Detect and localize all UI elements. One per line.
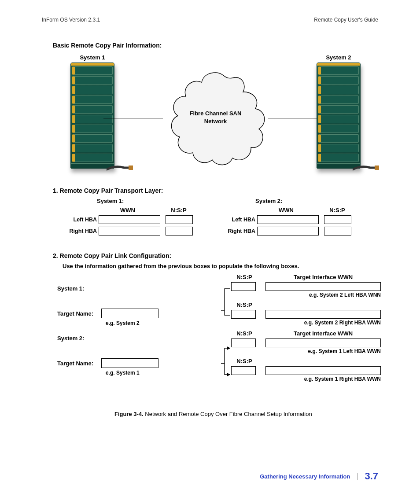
target-name-label: Target Name:: [57, 360, 101, 367]
row-label: Right HBA: [225, 228, 257, 234]
page-header: InForm OS Version 2.3.1 Remote Copy User…: [42, 17, 378, 23]
target-name-input[interactable]: [101, 358, 158, 368]
wwn-input[interactable]: [257, 227, 319, 235]
cable-icon: [107, 163, 133, 171]
nsp-input[interactable]: [231, 338, 256, 347]
transport-sys1: System 1: WWN N:S:P Left HBA Right HBA: [66, 198, 198, 238]
page-number: 3.7: [365, 471, 378, 482]
system1-block: System 1: [57, 54, 128, 169]
wwn-input[interactable]: [257, 215, 319, 224]
figure-number: Figure 3-4.: [114, 411, 144, 417]
nsp-input[interactable]: [231, 310, 256, 319]
system1-label: System 1: [57, 54, 128, 61]
hdr-nsp: N:S:P: [231, 358, 258, 364]
hdr-nsp: N:S:P: [231, 330, 258, 337]
server-rack-icon: [70, 63, 114, 169]
target-name-label: Target Name:: [57, 310, 101, 317]
col-wwn: WWN: [97, 207, 158, 213]
cloud-label: Fibre Channel SAN Network: [158, 110, 273, 125]
nsp-input[interactable]: [231, 366, 256, 375]
eg-note: e.g. System 1 Right HBA WWN: [231, 376, 381, 382]
linkcfg-left: System 1: Target Name: e.g. System 2 Sys…: [57, 285, 189, 385]
transport-sys2-name: System 2:: [255, 198, 357, 204]
system2-label: System 2: [303, 54, 374, 61]
bracket-icon: [221, 280, 230, 394]
row-label: Right HBA: [66, 228, 99, 234]
link-config-area: System 1: Target Name: e.g. System 2 Sys…: [57, 276, 378, 400]
page-footer: Gathering Necessary Information 3.7: [260, 471, 378, 482]
figure-text: Network and Remote Copy Over Fibre Chann…: [144, 411, 312, 417]
linkcfg-instruction: Use the information gathered from the pr…: [63, 263, 378, 269]
wwn-input[interactable]: [99, 215, 160, 224]
topology-diagram: System 1 Fibre Cha: [53, 54, 378, 173]
table-row: Left HBA: [66, 215, 198, 224]
transport-sys1-name: System 1:: [97, 198, 198, 204]
hdr-nsp: N:S:P: [231, 302, 258, 308]
connector-line-left: [103, 118, 163, 118]
system2-block: System 2: [303, 54, 374, 169]
wwn-input[interactable]: [265, 310, 381, 319]
wwn-input[interactable]: [265, 282, 381, 291]
svg-rect-1: [375, 166, 379, 170]
transport-sys2: System 2: WWN N:S:P Left HBA Right HBA: [225, 198, 357, 238]
footer-section: Gathering Necessary Information: [260, 473, 357, 480]
figure-caption: Figure 3-4. Network and Remote Copy Over…: [114, 411, 312, 417]
server-rack-icon: [317, 63, 361, 169]
nsp-input[interactable]: [324, 227, 351, 235]
row-label: Left HBA: [66, 217, 99, 223]
hdr-wwn: Target Interface WWN: [265, 330, 381, 337]
wwn-input[interactable]: [265, 366, 381, 375]
row-label: Left HBA: [225, 217, 257, 223]
wwn-input[interactable]: [265, 338, 381, 347]
linkcfg-title: 2. Remote Copy Pair Link Configuration:: [53, 252, 378, 259]
eg-note: e.g. System 1 Left HBA WWN: [231, 348, 381, 354]
table-row: Left HBA: [225, 215, 357, 224]
col-nsp: N:S:P: [320, 207, 355, 213]
col-nsp: N:S:P: [161, 207, 196, 213]
eg-note: e.g. System 1: [106, 370, 189, 376]
col-wwn: WWN: [255, 207, 317, 213]
eg-note: e.g. System 2 Left HBA WNN: [231, 292, 381, 298]
table-row: Right HBA: [225, 227, 357, 235]
wwn-input[interactable]: [99, 227, 160, 235]
nsp-input[interactable]: [324, 215, 351, 224]
header-right: Remote Copy User's Guide: [314, 17, 378, 23]
nsp-input[interactable]: [231, 282, 256, 291]
eg-note: e.g. System 2 Right HBA WWN: [231, 320, 381, 326]
network-cloud: Fibre Channel SAN Network: [158, 67, 273, 169]
lc-sys2-label: System 2:: [57, 335, 189, 342]
svg-rect-0: [129, 166, 133, 170]
nsp-input[interactable]: [166, 215, 193, 224]
table-row: Right HBA: [66, 227, 198, 235]
target-name-input[interactable]: [101, 309, 158, 318]
header-left: InForm OS Version 2.3.1: [42, 17, 100, 23]
basic-info-title: Basic Remote Copy Pair Information:: [53, 42, 378, 49]
eg-note: e.g. System 2: [106, 320, 189, 326]
lc-sys1-label: System 1:: [57, 285, 189, 292]
transport-grid: System 1: WWN N:S:P Left HBA Right HBA S…: [66, 198, 378, 238]
hdr-wwn: Target Interface WWN: [265, 274, 381, 280]
cable-icon: [353, 163, 379, 171]
transport-title: 1. Remote Copy Pair Transport Layer:: [53, 187, 378, 194]
page-content: Basic Remote Copy Pair Information: Syst…: [53, 42, 378, 460]
nsp-input[interactable]: [166, 227, 193, 235]
hdr-nsp: N:S:P: [231, 274, 258, 280]
linkcfg-right: N:S:P Target Interface WWN e.g. System 2…: [231, 274, 381, 382]
